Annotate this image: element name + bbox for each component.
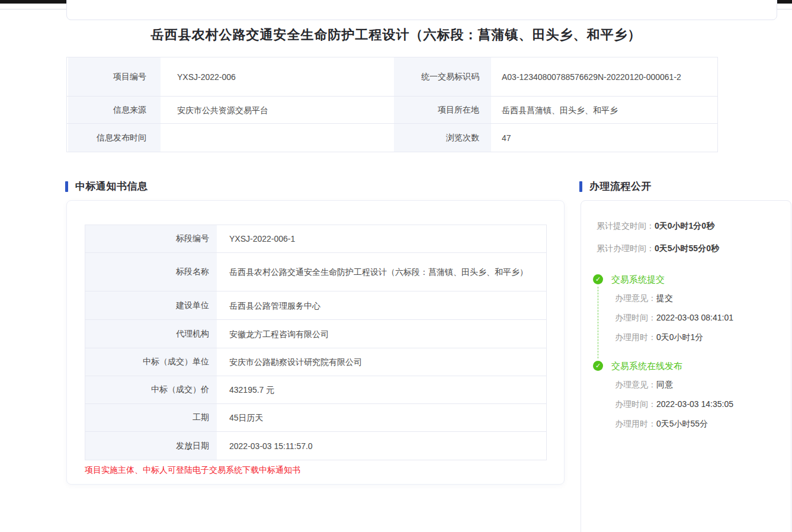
section-title: 办理流程公开 [589,180,652,193]
total-handle-time: 累计办理时间：0天5小时55分0秒 [597,242,780,254]
download-hint-note: 项目实施主体、中标人可登陆电子交易系统下载中标通知书 [85,465,564,476]
project-info-table: 项目编号 YXSJ-2022-006 统一交易标识码 A03-123408007… [66,57,718,152]
winner-unit-value: 安庆市公路勘察设计研究院有限公司 [219,348,546,376]
table-row: 信息来源 安庆市公共资源交易平台 项目所在地 岳西县菖蒲镇、田头乡、和平乡 [67,97,717,124]
step-title: 交易系统提交 [611,274,780,284]
detail-value: 2022-03-03 14:35:05 [656,399,733,409]
table-row: 代理机构 安徽龙方工程咨询有限公司 [85,320,546,348]
section-id-label: 标段编号 [85,225,219,252]
step-title: 交易系统在线发布 [611,361,780,371]
project-location-label: 项目所在地 [393,97,492,123]
step-detail: 办理时间：2022-03-03 14:35:05 [611,398,780,410]
duration-label: 工期 [85,404,219,431]
page-title: 岳西县农村公路交通安全生命防护工程设计（六标段：菖蒲镇、田头乡、和平乡） [0,26,792,44]
detail-label: 办理时间： [615,399,656,409]
table-row: 标段名称 岳西县农村公路交通安全生命防护工程设计（六标段：菖蒲镇、田头乡、和平乡… [85,253,546,291]
table-row: 标段编号 YXSJ-2022-006-1 [85,225,546,253]
process-timeline: ✓ 交易系统提交 办理意见：提交 办理时间：2022-03-03 08:41:0… [593,274,780,430]
table-row: 中标（成交）单位 安庆市公路勘察设计研究院有限公司 [85,348,546,376]
detail-label: 办理意见： [615,293,656,303]
table-row: 中标（成交）价 432195.7 元 [85,376,546,404]
owner-unit-value: 岳西县公路管理服务中心 [219,291,546,319]
notice-card: 标段编号 YXSJ-2022-006-1 标段名称 岳西县农村公路交通安全生命防… [66,200,565,485]
trade-code-label: 统一交易标识码 [393,57,492,96]
summary-value: 0天0小时1分0秒 [655,221,714,230]
bid-price-label: 中标（成交）价 [85,376,219,403]
view-count-label: 浏览次数 [393,124,492,152]
timeline-step-publish: ✓ 交易系统在线发布 办理意见：同意 办理时间：2022-03-03 14:35… [593,361,780,430]
step-detail: 办理意见：提交 [611,292,780,304]
step-detail: 办理用时：0天0小时1分 [611,331,780,343]
table-row: 工期 45日历天 [85,404,546,432]
total-submit-time: 累计提交时间：0天0小时1分0秒 [597,220,780,232]
detail-label: 办理用时： [615,419,656,428]
detail-value: 同意 [656,380,673,389]
detail-label: 办理意见： [615,380,656,389]
section-name-value: 岳西县农村公路交通安全生命防护工程设计（六标段：菖蒲镇、田头乡、和平乡） [219,253,546,291]
summary-label: 累计提交时间： [597,221,655,230]
table-row: 项目编号 YXSJ-2022-006 统一交易标识码 A03-123408007… [67,57,717,97]
notice-table: 标段编号 YXSJ-2022-006-1 标段名称 岳西县农村公路交通安全生命防… [85,225,547,460]
info-source-value: 安庆市公共资源交易平台 [162,97,393,123]
table-row: 信息发布时间 浏览次数 47 [67,124,717,152]
timeline-step-submit: ✓ 交易系统提交 办理意见：提交 办理时间：2022-03-03 08:41:0… [593,274,780,343]
section-name-label: 标段名称 [85,253,219,291]
section-accent-bar [65,181,68,192]
bid-price-value: 432195.7 元 [219,376,546,403]
detail-value: 提交 [656,293,673,303]
issue-date-value: 2022-03-03 15:11:57.0 [219,432,546,460]
header-container [66,0,777,20]
section-id-value: YXSJ-2022-006-1 [219,225,546,252]
project-id-label: 项目编号 [67,57,162,96]
check-icon: ✓ [593,361,603,371]
detail-label: 办理用时： [615,332,656,342]
detail-value: 2022-03-03 08:41:01 [656,313,733,322]
owner-unit-label: 建设单位 [85,291,219,319]
notice-section-heading: 中标通知书信息 [65,180,148,193]
project-location-value: 岳西县菖蒲镇、田头乡、和平乡 [492,97,717,123]
section-title: 中标通知书信息 [75,180,148,193]
step-detail: 办理时间：2022-03-03 08:41:01 [611,312,780,323]
section-accent-bar [579,181,582,192]
view-count-value: 47 [492,124,717,152]
detail-value: 0天0小时1分 [656,332,703,342]
publish-time-value [162,124,393,152]
detail-label: 办理时间： [615,313,656,322]
publish-time-label: 信息发布时间 [67,124,162,152]
summary-value: 0天5小时55分0秒 [655,243,719,253]
table-row: 发放日期 2022-03-03 15:11:57.0 [85,432,546,460]
info-source-label: 信息来源 [67,97,162,123]
page: 岳西县农村公路交通安全生命防护工程设计（六标段：菖蒲镇、田头乡、和平乡） 项目编… [0,0,792,532]
duration-value: 45日历天 [219,404,546,431]
winner-unit-label: 中标（成交）单位 [85,348,219,376]
project-id-value: YXSJ-2022-006 [162,57,393,96]
step-detail: 办理用时：0天5小时55分 [611,418,780,430]
table-row: 建设单位 岳西县公路管理服务中心 [85,291,546,320]
trade-code-value: A03-12340800788576629N-20220120-000061-2 [492,57,717,96]
process-section-heading: 办理流程公开 [579,180,652,193]
issue-date-label: 发放日期 [85,432,219,460]
agency-label: 代理机构 [85,320,219,348]
agency-value: 安徽龙方工程咨询有限公司 [219,320,546,348]
check-icon: ✓ [593,274,603,284]
detail-value: 0天5小时55分 [656,419,708,428]
process-card: 累计提交时间：0天0小时1分0秒 累计办理时间：0天5小时55分0秒 ✓ 交易系… [581,200,791,532]
summary-label: 累计办理时间： [597,243,655,253]
step-detail: 办理意见：同意 [611,379,780,390]
